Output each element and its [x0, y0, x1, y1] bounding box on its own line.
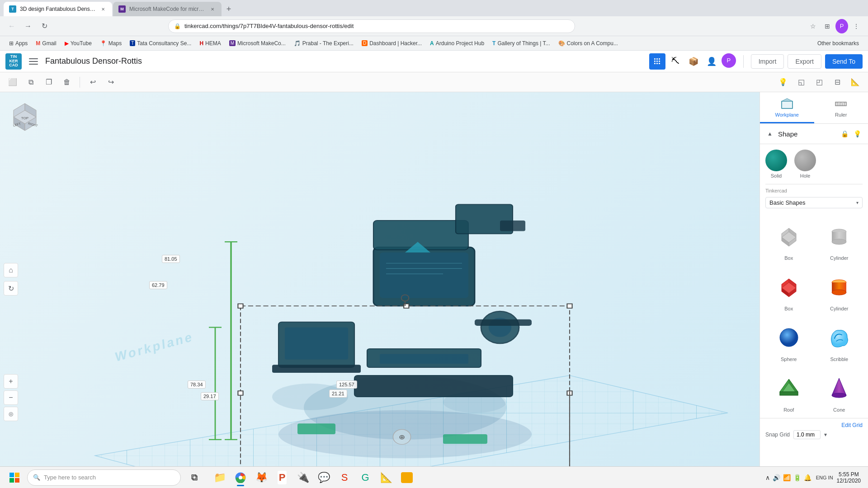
shape-cylinder-gray[interactable]: Cylinder [816, 216, 863, 263]
reload-button[interactable]: ↻ [38, 20, 51, 33]
hole-option[interactable]: Hole [794, 150, 816, 178]
app-header: TINKERCAD Fantabulous Densor-Rottis [0, 51, 868, 72]
taskbar-app-firefox[interactable]: 🦊 [251, 468, 271, 488]
battery-icon[interactable]: 🔋 [793, 473, 802, 482]
taskbar-app-app8[interactable]: G [355, 468, 375, 488]
shape-roof-green[interactable]: Roof [765, 367, 812, 414]
other-bookmarks[interactable]: Other bookmarks [814, 38, 863, 49]
account-icon-button[interactable]: 👤 [703, 53, 720, 70]
bookmark-youtube[interactable]: ▶ YouTube [61, 38, 95, 49]
ruler-tab[interactable]: Ruler [814, 92, 868, 123]
network-icon[interactable]: 📶 [782, 473, 792, 482]
taskbar-app-chrome[interactable] [231, 468, 250, 488]
shape-cone-purple[interactable]: Cone [816, 367, 863, 414]
home-view-button[interactable]: ⌂ [4, 263, 18, 277]
bookmark-prabal[interactable]: 🎵 Prabal - The Experi... [290, 38, 357, 49]
taskbar-search[interactable]: 🔍 Type here to search [27, 469, 181, 486]
solid-label: Solid [771, 173, 782, 178]
notification-icon[interactable]: 🔔 [803, 473, 812, 482]
bookmark-star-button[interactable]: ☆ [807, 20, 819, 33]
export-button[interactable]: Export [788, 54, 821, 69]
ruler-tool[interactable]: 📐 [848, 75, 863, 89]
grid-view-button[interactable] [649, 53, 665, 70]
bookmark-maps[interactable]: 📍 Maps [96, 38, 125, 49]
tab-inactive[interactable]: M Microsoft MakeCode for micro:... ✕ [113, 2, 222, 16]
account-button[interactable]: P [835, 20, 848, 33]
bookmark-arduino[interactable]: A Arduino Project Hub [426, 38, 488, 49]
bookmark-hema[interactable]: H HEMA [196, 38, 224, 49]
redo-tool[interactable]: ↪ [104, 75, 118, 89]
shape-cylinder-gray-label: Cylinder [830, 255, 848, 261]
svg-rect-18 [380, 253, 468, 298]
volume-icon[interactable]: 🔊 [772, 473, 781, 482]
app10-icon [401, 472, 413, 483]
workplane-tab[interactable]: Workplane [760, 92, 814, 123]
pickaxe-button[interactable]: ⛏ [667, 53, 684, 70]
orbit-button[interactable]: ↻ [4, 281, 18, 296]
fit-view-button[interactable]: ◎ [4, 407, 18, 421]
solid-circle [765, 150, 787, 171]
taskbar-time-display[interactable]: 5:55 PM 12/1/2020 [837, 471, 861, 484]
zoom-in-button[interactable]: + [4, 374, 18, 389]
snap-dropdown-arrow[interactable]: ▾ [824, 432, 827, 438]
back-button[interactable]: ← [5, 20, 18, 33]
extensions-button[interactable]: ⊞ [821, 20, 834, 33]
view-tool-2[interactable]: ◰ [812, 75, 826, 89]
view-tool-1[interactable]: ◱ [794, 75, 808, 89]
shape-light-button[interactable]: 💡 [852, 128, 863, 139]
tab-close-active[interactable]: ✕ [99, 5, 107, 13]
copy-tool[interactable]: ❐ [42, 75, 56, 89]
taskbar-app-app10[interactable] [397, 468, 417, 488]
bookmark-dashboard[interactable]: D Dashboard | Hacker... [358, 38, 425, 49]
taskbar-app-explorer[interactable]: 📁 [210, 468, 230, 488]
shape-cylinder-orange[interactable]: Cylinder [816, 266, 863, 313]
taskbar-app-app9[interactable]: 📐 [376, 468, 396, 488]
send-to-button[interactable]: Send To [825, 54, 863, 69]
shape-scribble[interactable]: Scribble [816, 317, 863, 364]
light-tool[interactable]: 💡 [776, 75, 790, 89]
app-area: TINKERCAD Fantabulous Densor-Rottis [0, 51, 868, 466]
start-button[interactable] [4, 467, 25, 488]
duplicate-tool[interactable]: ⧉ [24, 75, 38, 89]
address-bar[interactable]: 🔒 tinkercad.com/things/7p7T7BIde4V-fanta… [168, 19, 575, 33]
taskbar-app-powerpoint[interactable]: P [272, 468, 292, 488]
snap-grid-input[interactable] [793, 430, 821, 439]
user-avatar-app[interactable]: P [722, 53, 736, 68]
new-tab-button[interactable]: + [222, 3, 235, 15]
category-dropdown[interactable]: Basic Shapes ▾ [765, 197, 863, 208]
shape-box-gray[interactable]: Box [765, 216, 812, 263]
shape-lock-button[interactable]: 🔒 [839, 128, 850, 139]
edit-grid-button[interactable]: Edit Grid [765, 422, 863, 428]
tab-active[interactable]: T 3D design Fantabulous Densor-R... ✕ [4, 2, 112, 16]
tinkercad-label: Tinkercad [765, 188, 787, 193]
align-tool[interactable]: ⊟ [830, 75, 844, 89]
zoom-out-button[interactable]: − [4, 390, 18, 405]
bookmark-tata[interactable]: T Tata Consultancy Se... [126, 38, 195, 49]
bookmark-makecode[interactable]: M Microsoft MakeCo... [226, 38, 289, 49]
svg-rect-28 [475, 319, 532, 326]
taskbar-app-slack[interactable]: 💬 [314, 468, 334, 488]
taskbar-app-app7[interactable]: S [335, 468, 354, 488]
hamburger-menu[interactable] [27, 55, 40, 68]
shape-box-red[interactable]: Box [765, 266, 812, 313]
forward-button[interactable]: → [22, 20, 34, 33]
select-tool[interactable]: ⬜ [5, 75, 20, 89]
delete-tool[interactable]: 🗑 [60, 75, 74, 89]
shape-sphere-blue[interactable]: Sphere [765, 317, 812, 364]
dimension-width1: 62.79 [149, 281, 167, 289]
bookmark-apps[interactable]: ⊞ Apps [5, 38, 31, 49]
bookmark-colors[interactable]: 🎨 Colors on A Compu... [555, 38, 622, 49]
task-view-button[interactable]: ⧉ [184, 468, 204, 488]
taskbar-app-arduino[interactable]: 🔌 [293, 468, 313, 488]
undo-tool[interactable]: ↩ [85, 75, 100, 89]
import-button[interactable]: Import [751, 54, 784, 69]
more-button[interactable]: ⋮ [850, 20, 863, 33]
bookmark-gmail[interactable]: M Gmail [32, 38, 60, 49]
bookmark-gallery[interactable]: T Gallery of Things | T... [489, 38, 553, 49]
shape-collapse-button[interactable]: ▲ [765, 129, 774, 138]
tab-close-inactive[interactable]: ✕ [209, 5, 216, 13]
chevron-up-icon[interactable]: ∧ [764, 473, 771, 482]
viewport[interactable]: TOP LEFT RIGHT Workplane [0, 92, 760, 466]
box-button[interactable]: 📦 [685, 53, 702, 70]
solid-option[interactable]: Solid [765, 150, 787, 178]
